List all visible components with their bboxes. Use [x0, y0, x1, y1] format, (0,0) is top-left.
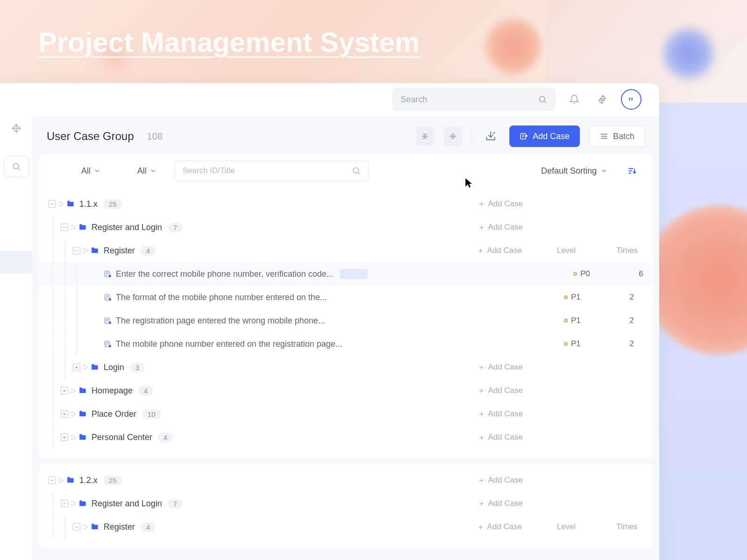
expand-icon[interactable]: + [61, 410, 68, 418]
folder-row[interactable]: −Register4Add CaseLevelTimes [49, 515, 643, 539]
tree-block: −1.2.x25Add Case−Register and Login7Add … [39, 464, 653, 548]
branch-icon [58, 201, 64, 207]
batch-label: Batch [613, 132, 634, 141]
add-case-link[interactable]: Add Case [477, 246, 522, 255]
case-times: 2 [620, 316, 643, 325]
import-export-button[interactable] [481, 127, 500, 146]
folder-icon [66, 476, 75, 484]
expand-icon[interactable]: + [61, 387, 68, 394]
level-header: Level [550, 246, 583, 255]
svg-point-87 [86, 526, 88, 528]
branch-icon [82, 524, 89, 530]
case-title: The format of the mobile phone number en… [116, 293, 327, 302]
case-row[interactable]: The mobile phone number entered on the r… [49, 332, 643, 356]
expand-icon[interactable]: + [61, 434, 68, 441]
global-search[interactable] [392, 88, 556, 111]
svg-line-1 [544, 101, 546, 103]
folder-icon [78, 433, 87, 441]
app-window: User Case Group 108 Add Case Batch [0, 83, 659, 560]
expand-all-button[interactable] [444, 127, 462, 146]
folder-label: Register [104, 246, 135, 256]
case-row[interactable]: The registration page entered the wrong … [49, 309, 643, 332]
add-case-button[interactable]: Add Case [509, 126, 580, 147]
case-times: 2 [620, 339, 643, 349]
add-case-link[interactable]: Add Case [478, 433, 523, 442]
level-dot-icon [573, 272, 577, 276]
gutter-search-button[interactable] [4, 156, 29, 177]
svg-point-85 [83, 525, 85, 526]
svg-point-82 [74, 503, 76, 504]
add-case-link[interactable]: Add Case [478, 363, 523, 372]
case-level: P1 [564, 316, 592, 325]
svg-point-56 [83, 368, 85, 370]
drag-handle-icon[interactable] [7, 119, 25, 137]
folder-row[interactable]: −Register4Add CaseLevelTimes [49, 239, 643, 262]
folder-label: Register and Login [92, 499, 162, 509]
folder-icon [91, 246, 99, 255]
svg-point-19 [353, 168, 359, 173]
folder-row[interactable]: −Register and Login7Add Case [49, 216, 643, 239]
search-icon [352, 166, 361, 175]
filter-row: All All Default Sorting [39, 154, 653, 188]
collapse-icon[interactable]: − [49, 476, 56, 484]
filter-search[interactable] [175, 161, 369, 181]
filter-dropdown-2[interactable]: All [119, 166, 156, 176]
add-case-link[interactable]: Add Case [478, 499, 523, 508]
case-title: Enter the correct mobile phone number, v… [116, 269, 333, 279]
folder-label: Register and Login [92, 223, 162, 232]
filter-search-input[interactable] [183, 166, 352, 175]
folder-icon [91, 523, 99, 531]
sort-dropdown[interactable]: Default Sorting [541, 166, 607, 176]
left-gutter [0, 116, 33, 560]
expand-icon[interactable]: + [73, 364, 80, 371]
notifications-button[interactable] [565, 90, 584, 109]
add-case-link[interactable]: Add Case [477, 522, 522, 532]
level-dot-icon [564, 295, 568, 299]
folder-label: 1.1.x [79, 199, 98, 209]
global-search-input[interactable] [401, 95, 538, 105]
svg-point-70 [71, 435, 72, 436]
add-case-link[interactable]: Add Case [478, 386, 523, 395]
batch-button[interactable]: Batch [589, 126, 645, 147]
add-case-link[interactable]: Add Case [478, 223, 523, 232]
settings-button[interactable] [593, 90, 612, 109]
count-badge: 4 [141, 246, 155, 256]
svg-point-76 [59, 481, 60, 483]
add-case-link[interactable]: Add Case [478, 199, 523, 209]
count-badge: 25 [103, 199, 122, 209]
level-dot-icon [564, 342, 568, 346]
svg-point-0 [539, 96, 545, 102]
add-case-link[interactable]: Add Case [478, 409, 523, 419]
tree-container: −1.1.x25Add Case−Register and Login7Add … [39, 188, 653, 548]
folder-row[interactable]: −1.1.x25Add Case [49, 192, 643, 216]
collapse-icon[interactable]: − [73, 247, 80, 254]
folder-row[interactable]: +Homepage4Add Case [49, 379, 643, 402]
filter-dropdown-1[interactable]: All [53, 166, 100, 176]
level-header: Level [550, 522, 583, 532]
add-case-link[interactable]: Add Case [478, 476, 523, 485]
svg-point-67 [74, 413, 76, 415]
chevron-down-icon [150, 168, 156, 174]
folder-row[interactable]: −Register and Login7Add Case [49, 492, 643, 515]
collapse-icon[interactable]: − [73, 523, 80, 531]
folder-row[interactable]: +Personal Center4Add Case [49, 426, 643, 449]
folder-label: Login [104, 363, 124, 372]
svg-point-29 [71, 225, 72, 226]
svg-point-62 [74, 390, 76, 392]
folder-row[interactable]: +Login3Add Case [49, 356, 643, 379]
collapse-icon[interactable]: − [49, 200, 56, 208]
avatar[interactable] [621, 89, 641, 110]
collapse-all-button[interactable] [416, 127, 434, 146]
topbar [0, 83, 659, 116]
sort-direction-button[interactable] [626, 164, 639, 177]
folder-row[interactable]: +Place Order10Add Case [49, 402, 643, 426]
svg-point-60 [71, 388, 72, 390]
svg-point-81 [71, 504, 72, 506]
case-icon [104, 317, 111, 324]
count-badge: 3 [130, 363, 145, 372]
folder-row[interactable]: −1.2.x25Add Case [49, 469, 643, 492]
case-row[interactable]: Enter the correct mobile phone number, v… [39, 262, 653, 286]
collapse-icon[interactable]: − [61, 500, 68, 507]
case-row[interactable]: The format of the mobile phone number en… [49, 286, 643, 309]
collapse-icon[interactable]: − [61, 224, 68, 231]
